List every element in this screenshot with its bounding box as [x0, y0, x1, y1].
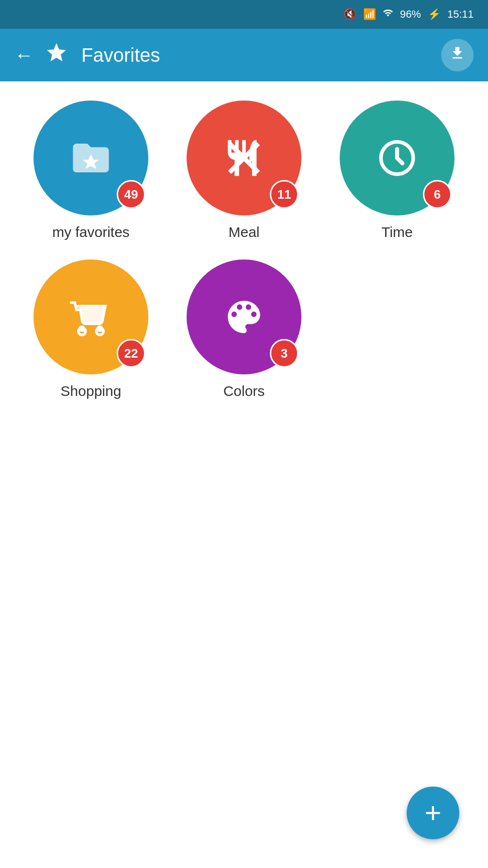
palette-icon [222, 295, 266, 338]
shopping-label: Shopping [61, 383, 122, 399]
clock-icon [376, 136, 419, 180]
app-bar-left: ← Favorites [14, 41, 160, 69]
category-item-time[interactable]: 6 Time [325, 101, 469, 240]
svg-point-4 [97, 326, 103, 332]
shopping-badge: 22 [117, 339, 145, 368]
folder-star-icon [69, 136, 112, 180]
signal-icon [383, 8, 393, 21]
meal-circle-wrapper: 11 [187, 101, 301, 215]
my-favorites-label: my favorites [52, 224, 130, 240]
colors-badge: 3 [270, 339, 299, 368]
svg-point-3 [79, 326, 86, 332]
download-icon [449, 45, 466, 65]
colors-circle-wrapper: 3 [187, 259, 301, 374]
my-favorites-circle-wrapper: 49 [33, 101, 148, 215]
status-icons: 🔇 📶 96% ⚡ 15:11 [344, 8, 474, 21]
app-bar-title: Favorites [81, 45, 160, 66]
category-item-meal[interactable]: 11 Meal [172, 101, 316, 240]
cart-icon [69, 295, 112, 338]
category-item-my-favorites[interactable]: 49 my favorites [19, 101, 163, 240]
wifi-icon: 📶 [363, 8, 376, 21]
fab-plus-icon: + [424, 799, 441, 827]
battery-icon: ⚡ [428, 8, 441, 21]
categories-grid: 49 my favorites [19, 101, 469, 399]
category-item-shopping[interactable]: 22 Shopping [19, 259, 163, 399]
category-item-colors[interactable]: 3 Colors [172, 259, 316, 399]
meal-badge: 11 [270, 180, 299, 209]
colors-label: Colors [223, 383, 265, 399]
status-bar: 🔇 📶 96% ⚡ 15:11 [0, 0, 488, 29]
time-badge: 6 [423, 180, 452, 209]
meal-label: Meal [228, 224, 259, 240]
mute-icon: 🔇 [344, 8, 356, 21]
favorites-star-icon [45, 41, 68, 69]
shopping-circle-wrapper: 22 [33, 259, 148, 374]
time-circle-wrapper: 6 [340, 101, 455, 215]
app-bar: ← Favorites [0, 29, 488, 81]
cutlery-icon [222, 136, 266, 180]
time-label: Time [381, 224, 413, 240]
main-content: 49 my favorites [0, 81, 488, 418]
my-favorites-badge: 49 [117, 180, 145, 209]
clock: 15:11 [447, 8, 474, 21]
battery-percent: 96% [400, 8, 421, 21]
back-button[interactable]: ← [14, 45, 33, 66]
download-button[interactable] [441, 39, 474, 71]
fab-add-button[interactable]: + [407, 787, 459, 839]
